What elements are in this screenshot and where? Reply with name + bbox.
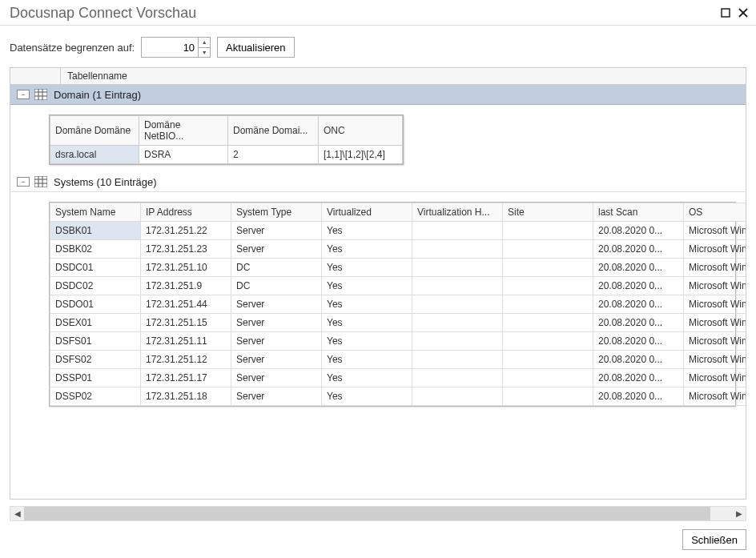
- table-row[interactable]: DSEX01172.31.251.15ServerYes20.08.2020 0…: [50, 314, 747, 332]
- table-row[interactable]: DSFS02172.31.251.12ServerYes20.08.2020 0…: [50, 351, 747, 369]
- cell-virt: Yes: [322, 351, 412, 369]
- cell-scan: 20.08.2020 0...: [593, 222, 684, 240]
- cell-os: Microsoft Win...: [684, 387, 747, 406]
- col-virtualization-host[interactable]: Virtualization H...: [412, 203, 503, 222]
- cell-scan: 20.08.2020 0...: [593, 314, 684, 332]
- close-button[interactable]: Schließen: [682, 529, 746, 550]
- maximize-icon[interactable]: [721, 7, 730, 20]
- cell-os: Microsoft Win...: [684, 295, 747, 314]
- cell-type: DC: [231, 277, 322, 295]
- cell-scan: 20.08.2020 0...: [593, 240, 684, 259]
- cell-scan: 20.08.2020 0...: [593, 295, 684, 314]
- limit-spinner[interactable]: ▲ ▼: [141, 37, 211, 58]
- cell-vhost: [412, 259, 503, 277]
- cell-ip: 172.31.251.44: [141, 295, 231, 314]
- horizontal-scrollbar[interactable]: ◀ ▶: [10, 506, 746, 521]
- collapse-icon[interactable]: −: [17, 90, 30, 99]
- col-domain-domaene[interactable]: Domäne Domäne: [50, 116, 139, 146]
- cell-type: Server: [231, 369, 322, 387]
- cell-ip: 172.31.251.12: [141, 351, 231, 369]
- window-title: Docusnap Connect Vorschau: [10, 5, 721, 22]
- table-row[interactable]: DSSP02172.31.251.18ServerYes20.08.2020 0…: [50, 387, 747, 406]
- cell-virt: Yes: [322, 314, 412, 332]
- cell-virt: Yes: [322, 277, 412, 295]
- cell-site: [503, 259, 593, 277]
- cell-ip: 172.31.251.17: [141, 369, 231, 387]
- col-system-type[interactable]: System Type: [231, 203, 322, 222]
- col-domain-domai[interactable]: Domäne Domai...: [228, 116, 319, 146]
- grid-header-expand-col: [10, 68, 61, 84]
- cell-virt: Yes: [322, 295, 412, 314]
- table-row[interactable]: DSSP01172.31.251.17ServerYes20.08.2020 0…: [50, 369, 747, 387]
- cell-type: Server: [231, 387, 322, 406]
- spinner-up-icon[interactable]: ▲: [199, 38, 210, 48]
- cell-name: DSBK02: [50, 240, 141, 259]
- col-domain-netbios[interactable]: Domäne NetBIO...: [139, 116, 228, 146]
- cell-os: Microsoft Win...: [684, 277, 747, 295]
- cell-os: Microsoft Win...: [684, 259, 747, 277]
- cell-name: DSFS01: [50, 332, 141, 351]
- spinner-down-icon[interactable]: ▼: [199, 48, 210, 58]
- domain-table-section: Domäne Domäne Domäne NetBIO... Domäne Do…: [10, 105, 746, 172]
- cell-site: [503, 240, 593, 259]
- cell-scan: 20.08.2020 0...: [593, 351, 684, 369]
- cell-virt: Yes: [322, 369, 412, 387]
- cell-site: [503, 222, 593, 240]
- table-row[interactable]: DSDC02172.31.251.9DCYes20.08.2020 0...Mi…: [50, 277, 747, 295]
- cell-name: DSDC02: [50, 277, 141, 295]
- group-row-domain[interactable]: − Domain (1 Eintrag): [10, 85, 746, 105]
- cell-type: Server: [231, 222, 322, 240]
- cell-os: Microsoft Win...: [684, 369, 747, 387]
- table-row[interactable]: DSBK02172.31.251.23ServerYes20.08.2020 0…: [50, 240, 747, 259]
- col-virtualized[interactable]: Virtualized: [322, 203, 412, 222]
- table-icon: [34, 176, 47, 187]
- domain-row[interactable]: dsra.local DSRA 2 [1,1]\[1,2]\[2,4]: [50, 146, 403, 164]
- table-row[interactable]: DSDO01172.31.251.44ServerYes20.08.2020 0…: [50, 295, 747, 314]
- cell-site: [503, 351, 593, 369]
- cell-site: [503, 387, 593, 406]
- cell-vhost: [412, 351, 503, 369]
- scroll-thumb[interactable]: [24, 507, 710, 520]
- cell-site: [503, 332, 593, 351]
- scroll-right-icon[interactable]: ▶: [732, 507, 746, 520]
- table-row[interactable]: DSBK01172.31.251.22ServerYes20.08.2020 0…: [50, 222, 747, 240]
- cell-domain-domai: 2: [228, 146, 319, 164]
- svg-rect-8: [34, 176, 47, 187]
- collapse-icon[interactable]: −: [17, 177, 30, 187]
- table-row[interactable]: DSDC01172.31.251.10DCYes20.08.2020 0...M…: [50, 259, 747, 277]
- col-system-name[interactable]: System Name: [50, 203, 141, 222]
- table-row[interactable]: DSFS01172.31.251.11ServerYes20.08.2020 0…: [50, 332, 747, 351]
- grid-header-tablename: Tabellenname: [61, 68, 746, 84]
- cell-ip: 172.31.251.15: [141, 314, 231, 332]
- domain-header-row: Domäne Domäne Domäne NetBIO... Domäne Do…: [50, 116, 403, 146]
- close-icon[interactable]: [738, 7, 748, 20]
- limit-input[interactable]: [142, 38, 198, 57]
- refresh-button[interactable]: Aktualisieren: [217, 37, 294, 58]
- scroll-left-icon[interactable]: ◀: [10, 507, 24, 520]
- cell-scan: 20.08.2020 0...: [593, 369, 684, 387]
- col-onc[interactable]: ONC: [319, 116, 403, 146]
- cell-type: Server: [231, 332, 322, 351]
- cell-domain-domaene: dsra.local: [50, 146, 139, 164]
- grid-header-row: Tabellenname: [10, 68, 746, 85]
- cell-name: DSDC01: [50, 259, 141, 277]
- cell-domain-netbios: DSRA: [139, 146, 228, 164]
- cell-vhost: [412, 314, 503, 332]
- cell-scan: 20.08.2020 0...: [593, 387, 684, 406]
- col-site[interactable]: Site: [503, 203, 593, 222]
- cell-virt: Yes: [322, 387, 412, 406]
- grid-area: Tabellenname − Domain (1 Eintrag) Domäne…: [10, 67, 746, 500]
- scroll-track[interactable]: [24, 507, 732, 520]
- cell-os: Microsoft Win...: [684, 222, 747, 240]
- col-last-scan[interactable]: last Scan: [593, 203, 684, 222]
- cell-type: Server: [231, 240, 322, 259]
- cell-name: DSSP01: [50, 369, 141, 387]
- col-os[interactable]: OS: [684, 203, 747, 222]
- cell-virt: Yes: [322, 259, 412, 277]
- col-ip-address[interactable]: IP Address: [141, 203, 231, 222]
- group-row-systems[interactable]: − Systems (10 Einträge): [10, 172, 746, 192]
- cell-os: Microsoft Win...: [684, 314, 747, 332]
- cell-site: [503, 277, 593, 295]
- cell-onc: [1,1]\[1,2]\[2,4]: [319, 146, 403, 164]
- table-icon: [34, 89, 47, 100]
